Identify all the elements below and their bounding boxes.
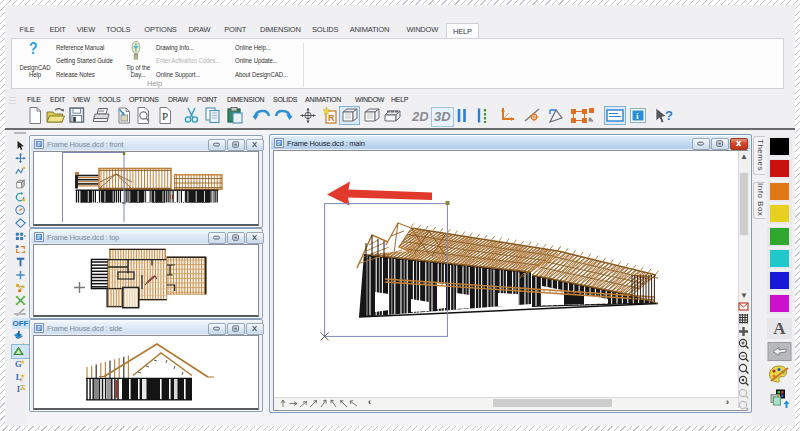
svg-text:?: ? [665, 108, 673, 123]
svg-text:G: G [15, 359, 22, 369]
svg-text:P: P [162, 110, 168, 122]
svg-text:I: I [17, 384, 20, 394]
svg-text:R: R [328, 113, 335, 123]
